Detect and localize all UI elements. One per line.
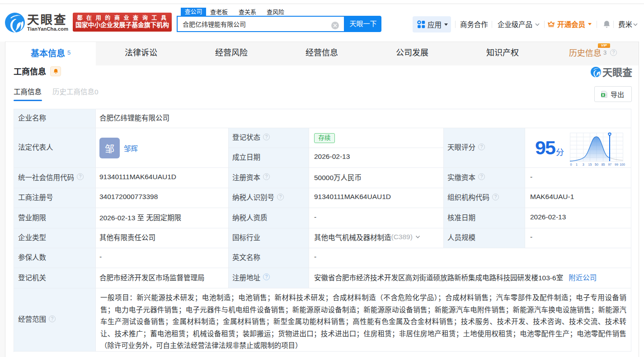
svg-text:50: 50 <box>595 163 598 166</box>
svg-text:97: 97 <box>608 163 611 166</box>
svg-text:3: 3 <box>583 163 584 166</box>
svg-text:15: 15 <box>588 163 592 166</box>
svg-text:1: 1 <box>576 163 578 166</box>
svg-text:100: 100 <box>620 163 625 166</box>
svg-text:99: 99 <box>615 163 618 166</box>
svg-text:0: 0 <box>570 163 572 166</box>
svg-text:85: 85 <box>602 163 605 166</box>
